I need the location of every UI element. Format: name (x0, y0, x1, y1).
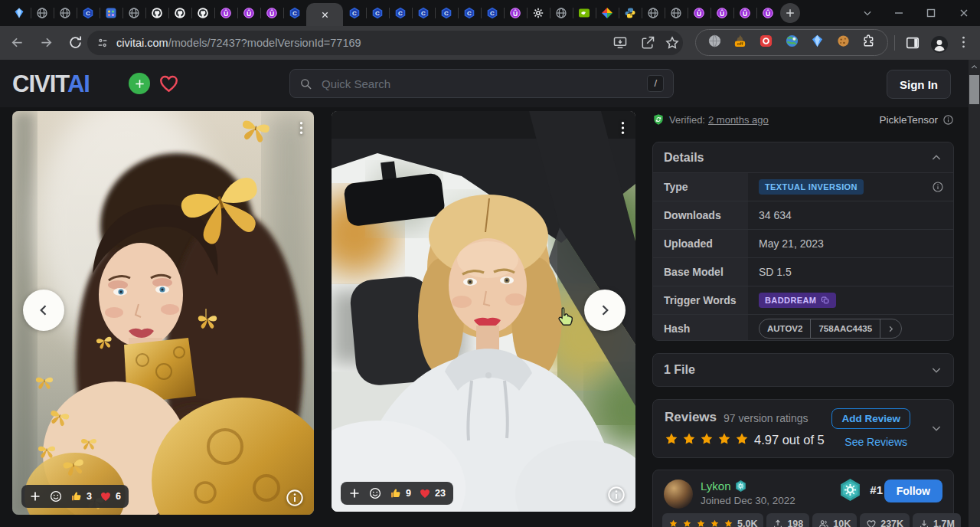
maximize-button[interactable] (926, 0, 936, 26)
new-tab-button[interactable] (780, 3, 800, 23)
creator-stat-users[interactable]: 10K (812, 513, 857, 527)
bookmark-star-icon[interactable] (665, 35, 680, 51)
carousel-next-button[interactable] (584, 290, 626, 331)
tab-search-chevron-icon[interactable] (862, 0, 873, 26)
browser-tab[interactable]: Û (710, 0, 733, 26)
browser-tab[interactable] (665, 0, 688, 26)
see-reviews-link[interactable]: See Reviews (844, 436, 907, 448)
site-info-icon[interactable] (96, 37, 109, 49)
extension-earth-icon[interactable] (785, 34, 799, 51)
browser-tab[interactable] (168, 0, 191, 26)
verified-time-link[interactable]: 2 months ago (708, 114, 769, 126)
pickletensor-info-icon[interactable] (942, 114, 954, 126)
browser-tab[interactable] (145, 0, 168, 26)
browser-tab[interactable]: Û (504, 0, 527, 26)
side-panel-button[interactable] (905, 35, 920, 51)
scrollbar-up-arrow[interactable] (970, 63, 978, 71)
follow-button[interactable]: Follow (884, 480, 942, 502)
extension-off-flame-icon[interactable]: off (733, 34, 747, 51)
browser-tab[interactable]: C (435, 0, 458, 26)
creator-stat-heart[interactable]: 237K (860, 513, 910, 527)
extension-globe-ext-icon[interactable] (707, 34, 722, 51)
extension-gem-ext-icon[interactable] (810, 34, 825, 51)
browser-tab[interactable]: Û (260, 0, 283, 26)
hash-expand-icon[interactable] (880, 319, 901, 338)
browser-tab[interactable]: C (77, 0, 100, 26)
browser-tab[interactable]: Û (688, 0, 710, 26)
share-icon[interactable] (640, 35, 655, 51)
copy-icon[interactable] (821, 296, 830, 305)
emoji-picker-button[interactable] (49, 489, 63, 503)
browser-tab[interactable]: Û (756, 0, 779, 26)
creator-name[interactable]: Lykon (701, 480, 730, 493)
browser-tab[interactable] (642, 0, 665, 26)
browser-tab[interactable]: C (343, 0, 366, 26)
creator-stat-download[interactable]: 1.7M (913, 513, 961, 527)
active-tab[interactable] (306, 3, 343, 26)
scrollbar-thumb[interactable] (969, 75, 979, 104)
extension-cookie-icon[interactable] (836, 34, 851, 51)
browser-tab[interactable]: Û (237, 0, 260, 26)
minimize-button[interactable] (893, 0, 904, 26)
browser-tab[interactable]: C (283, 0, 306, 26)
browser-tab[interactable]: C (389, 0, 412, 26)
window-close-button[interactable] (959, 0, 969, 26)
close-tab-icon[interactable] (320, 10, 330, 20)
image-menu-button[interactable] (618, 117, 628, 139)
browser-tab[interactable] (100, 0, 122, 26)
browser-tab[interactable] (596, 0, 619, 26)
search-input[interactable] (320, 77, 647, 91)
browser-tab[interactable]: C (458, 0, 481, 26)
image-menu-button[interactable] (296, 117, 306, 139)
browser-tab[interactable] (31, 0, 54, 26)
install-app-icon[interactable] (612, 35, 628, 51)
details-header[interactable]: Details (653, 142, 953, 172)
create-plus-button[interactable] (129, 73, 150, 94)
add-review-button[interactable]: Add Review (831, 408, 910, 429)
type-info-icon[interactable] (932, 181, 944, 196)
browser-tab[interactable] (122, 0, 145, 26)
browser-tab[interactable] (8, 0, 31, 26)
browser-tab[interactable]: Û (733, 0, 756, 26)
browser-tab[interactable] (550, 0, 573, 26)
files-card[interactable]: 1 File (652, 353, 954, 387)
profile-avatar-button[interactable] (930, 35, 949, 54)
url-bar[interactable]: civitai.com/models/72437?modelVersionId=… (87, 31, 683, 55)
creator-avatar[interactable] (664, 480, 693, 509)
browser-tab[interactable]: C (481, 0, 504, 26)
browser-menu-button[interactable] (962, 35, 965, 49)
emoji-picker-button[interactable] (368, 486, 382, 500)
creator-stat-stars[interactable]: 5.0K (662, 513, 763, 527)
reload-button[interactable] (67, 34, 83, 51)
thumbs-up-reaction[interactable]: 9 (390, 487, 411, 499)
browser-tab[interactable]: Û (214, 0, 237, 26)
browser-tab[interactable] (191, 0, 214, 26)
thumbs-up-reaction[interactable]: 3 (70, 490, 92, 502)
browser-tab[interactable]: C (366, 0, 389, 26)
browser-tab[interactable] (573, 0, 596, 26)
heart-reaction[interactable]: 23 (419, 487, 446, 499)
search-box[interactable]: / (289, 69, 674, 98)
browser-tab[interactable]: C (412, 0, 435, 26)
trigger-word-badge[interactable]: BADDREAM (759, 293, 836, 308)
sign-in-button[interactable]: Sign In (887, 70, 951, 99)
extension-puzzle-icon[interactable] (861, 34, 876, 51)
add-reaction-button[interactable] (29, 490, 41, 502)
image-info-button[interactable] (285, 488, 305, 508)
browser-tab[interactable] (527, 0, 550, 26)
browser-tab[interactable] (619, 0, 642, 26)
page-scrollbar[interactable] (969, 60, 980, 527)
carousel-prev-button[interactable] (23, 290, 64, 331)
civitai-logo[interactable]: CIVITAI (12, 70, 90, 98)
reaction-bar[interactable]: 9 23 (341, 482, 453, 505)
forward-button[interactable] (38, 34, 54, 51)
hash-pill[interactable]: AUTOV2758AAC4435 (759, 319, 902, 339)
favorites-heart-button[interactable] (158, 72, 180, 94)
creator-stat-upload[interactable]: 198 (766, 513, 809, 527)
back-button[interactable] (9, 34, 25, 51)
heart-reaction[interactable]: 6 (100, 490, 121, 502)
add-reaction-button[interactable] (348, 487, 361, 499)
reaction-bar[interactable]: 3 6 (21, 485, 129, 508)
image-info-button[interactable] (606, 485, 626, 505)
extension-red-o-icon[interactable] (759, 34, 773, 51)
